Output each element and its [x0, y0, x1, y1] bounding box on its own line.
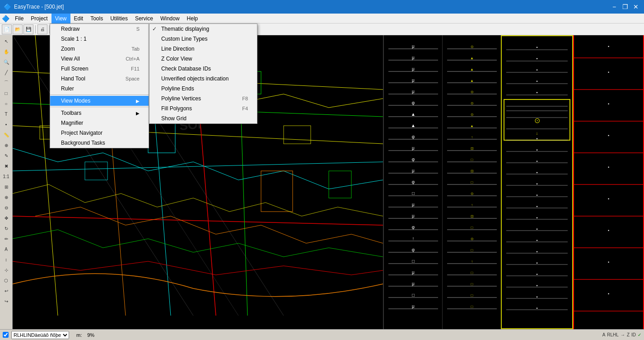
- svg-text:•: •: [536, 261, 537, 265]
- svg-text:•: •: [536, 79, 537, 84]
- right-panel: μ μ μ μ μ φ ▲ ▲ φ μ φ μ φ □ μ μ φ: [383, 35, 644, 329]
- sub-customline-label: Custom Line Types: [161, 36, 208, 42]
- tool-rotate[interactable]: ↻: [1, 223, 11, 233]
- svg-text:•: •: [536, 159, 537, 164]
- close-button[interactable]: ✕: [631, 3, 640, 11]
- legend-svg-1: μ μ μ μ μ φ ▲ ▲ φ μ φ μ φ □ μ μ φ: [384, 35, 442, 316]
- layer-select[interactable]: RLHLINDäeüäõ ñõþe: [11, 331, 69, 339]
- viewmodes-submenu[interactable]: ✓ Thematic displaying Custom Line Types …: [149, 24, 257, 124]
- tool-polyline[interactable]: ⌒: [1, 78, 11, 88]
- tool-polygon[interactable]: ⬡: [1, 275, 11, 285]
- svg-text:μ: μ: [412, 78, 415, 83]
- sub-customline[interactable]: Custom Line Types: [149, 34, 257, 44]
- tool-snap[interactable]: ⊕: [1, 140, 11, 150]
- sub-unverified[interactable]: Unverified objects indication: [149, 74, 257, 84]
- svg-text:•: •: [608, 133, 609, 138]
- svg-text:⊙: ⊙: [471, 237, 474, 241]
- menu-projnav[interactable]: Project Navigator: [50, 128, 149, 138]
- tb-sep1: [35, 25, 36, 33]
- tool-move[interactable]: ✥: [1, 213, 11, 223]
- menu-bgtasks[interactable]: Background Tasks: [50, 138, 149, 148]
- sub-checkdb[interactable]: Check Database IDs: [149, 64, 257, 74]
- menu-magnifier[interactable]: Magnifier: [50, 118, 149, 128]
- menu-service[interactable]: Service: [131, 14, 157, 24]
- tool-delete[interactable]: ✖: [1, 161, 11, 171]
- menu-window[interactable]: Window: [157, 14, 183, 24]
- tb-save[interactable]: 💾: [23, 24, 33, 34]
- menu-viewall-label: View All: [61, 56, 80, 62]
- tool-node[interactable]: •: [1, 119, 11, 129]
- svg-text:μ: μ: [412, 213, 415, 218]
- svg-text:▲: ▲: [470, 79, 474, 83]
- layer-checkbox[interactable]: [3, 332, 9, 338]
- tool-edit[interactable]: ✎: [1, 151, 11, 161]
- status-icon-rlhl: RLHL: [607, 332, 619, 337]
- svg-text:□: □: [412, 259, 415, 264]
- svg-text:↑: ↑: [412, 236, 415, 241]
- menu-fullscreen[interactable]: Full Screen F11: [50, 64, 149, 74]
- svg-text:•: •: [536, 283, 537, 288]
- tool-redo2[interactable]: ↪: [1, 296, 11, 306]
- menu-help[interactable]: Help: [183, 14, 202, 24]
- tool-zoom[interactable]: 🔍: [1, 57, 11, 67]
- tool-crosshair[interactable]: ⊹: [1, 265, 11, 275]
- menu-viewmodes[interactable]: View Modes ▶: [50, 96, 149, 106]
- tool-measure[interactable]: 📏: [1, 130, 11, 140]
- menu-ruler[interactable]: Ruler: [50, 84, 149, 94]
- menu-magnifier-label: Magnifier: [61, 120, 83, 126]
- sub-thematic[interactable]: ✓ Thematic displaying: [149, 24, 257, 34]
- tool-zoomin2[interactable]: ⊕: [1, 192, 11, 202]
- menu-view[interactable]: View: [51, 14, 70, 24]
- menu-zoom[interactable]: Zoom Tab: [50, 44, 149, 54]
- tb-new[interactable]: 📄: [2, 24, 12, 34]
- svg-text:□: □: [471, 305, 473, 309]
- menu-edit[interactable]: Edit: [70, 14, 87, 24]
- sub-zcolor[interactable]: Z Color View: [149, 54, 257, 64]
- menu-toolbars[interactable]: Toolbars ▶: [50, 108, 149, 118]
- menu-handtool-label: Hand Tool: [61, 76, 85, 82]
- sub-showgrid[interactable]: Show Grid: [149, 113, 257, 123]
- tool-scale[interactable]: 1:1: [1, 171, 11, 181]
- tool-undo2[interactable]: ↩: [1, 286, 11, 296]
- tool-select2[interactable]: ↕: [1, 255, 11, 264]
- tool-text[interactable]: T: [1, 109, 11, 119]
- tb-print[interactable]: 🖨: [37, 24, 47, 34]
- menu-tools[interactable]: Tools: [87, 14, 107, 24]
- tool-a[interactable]: A: [1, 244, 11, 254]
- menu-file[interactable]: File: [11, 14, 27, 24]
- menu-utilities[interactable]: Utilities: [107, 14, 131, 24]
- tool-pencil[interactable]: ✏: [1, 234, 11, 244]
- menu-handtool[interactable]: Hand Tool Space: [50, 74, 149, 84]
- svg-text:•: •: [536, 306, 537, 311]
- tool-hand[interactable]: ✋: [1, 47, 11, 57]
- svg-text:μ: μ: [412, 55, 415, 60]
- sub-showgrid-label: Show Grid: [161, 115, 187, 122]
- svg-text:φ: φ: [412, 247, 415, 252]
- sub-direction[interactable]: Line Direction: [149, 44, 257, 54]
- tool-pointer[interactable]: ↖: [1, 36, 11, 46]
- tb-open[interactable]: 📂: [13, 24, 23, 34]
- menu-scale11[interactable]: Scale 1 : 1: [50, 34, 149, 44]
- svg-text:□: □: [412, 293, 415, 298]
- dd-sep1: [50, 94, 149, 95]
- restore-button[interactable]: ❐: [621, 3, 630, 11]
- svg-text:•: •: [536, 295, 537, 299]
- app-icon: 🔷: [4, 3, 11, 10]
- sub-fillpolygons[interactable]: Fill Polygons F4: [149, 104, 257, 113]
- menu-project[interactable]: Project: [27, 14, 51, 24]
- tool-line[interactable]: ╱: [1, 67, 11, 77]
- menu-redraw[interactable]: Redraw S: [50, 24, 149, 34]
- sub-polylineends[interactable]: Polyline Ends: [149, 84, 257, 94]
- sub-polylineverts[interactable]: Polyline Vertices F8: [149, 94, 257, 104]
- tool-magnifier[interactable]: ⊞: [1, 182, 11, 192]
- svg-text:μ: μ: [412, 270, 415, 275]
- tool-circle[interactable]: ○: [1, 99, 11, 109]
- tool-zoomout2[interactable]: ⊖: [1, 203, 11, 212]
- tool-rect[interactable]: □: [1, 88, 11, 98]
- svg-text:↑: ↑: [471, 260, 473, 264]
- svg-text:▲: ▲: [411, 123, 415, 128]
- minimize-button[interactable]: −: [610, 3, 619, 11]
- sub-direction-label: Line Direction: [161, 46, 194, 52]
- view-menu-dropdown[interactable]: Redraw S Scale 1 : 1 Zoom Tab View All C…: [50, 24, 149, 148]
- menu-viewall[interactable]: View All Ctrl+A: [50, 54, 149, 64]
